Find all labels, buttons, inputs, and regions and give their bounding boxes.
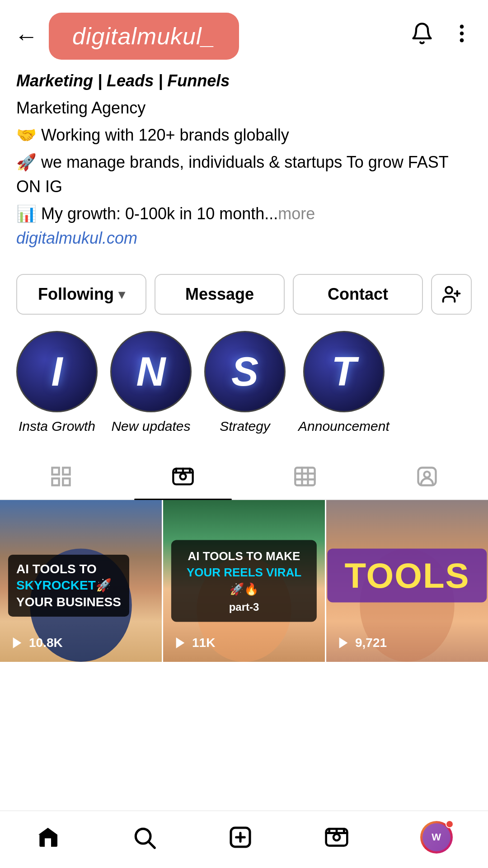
username-pill[interactable]: digitalmukul_ xyxy=(49,13,239,60)
svg-marker-24 xyxy=(176,637,185,648)
highlight-strategy[interactable]: S Strategy xyxy=(204,331,286,434)
highlight-circle-s: S xyxy=(204,331,286,412)
following-button[interactable]: Following ▾ xyxy=(16,274,146,315)
tab-collab[interactable] xyxy=(244,452,366,499)
highlight-label-new-updates: New updates xyxy=(111,419,190,434)
reel-count-2: 11K xyxy=(192,636,215,650)
nav-reels[interactable] xyxy=(324,825,349,850)
notification-dot xyxy=(446,820,454,828)
add-follow-button[interactable] xyxy=(431,274,472,315)
svg-marker-23 xyxy=(13,637,22,648)
nav-create[interactable] xyxy=(228,825,253,850)
svg-rect-8 xyxy=(52,478,59,485)
action-buttons: Following ▾ Message Contact xyxy=(16,274,472,315)
bio-line1: 🤝 Working with 120+ brands globally xyxy=(16,123,472,147)
nav-profile[interactable]: W xyxy=(420,821,453,854)
svg-point-2 xyxy=(460,38,464,42)
more-link[interactable]: more xyxy=(278,204,315,223)
highlight-announcement[interactable]: T Announcement xyxy=(298,331,389,434)
nav-search[interactable] xyxy=(131,825,157,850)
reel-tools-text: TOOLS xyxy=(344,556,469,595)
profile-section: Marketing | Leads | Funnels Marketing Ag… xyxy=(0,69,488,260)
reel-count-1: 10.8K xyxy=(29,636,63,650)
header: ← digitalmukul_ xyxy=(0,0,488,69)
svg-point-22 xyxy=(424,472,430,477)
profile-avatar: W xyxy=(422,823,450,851)
svg-point-3 xyxy=(446,287,452,294)
contact-button[interactable]: Contact xyxy=(293,274,423,315)
highlight-circle-i: I xyxy=(16,331,98,412)
message-button[interactable]: Message xyxy=(155,274,285,315)
svg-rect-26 xyxy=(45,838,51,847)
highlight-circle-t: T xyxy=(303,331,385,412)
svg-point-0 xyxy=(460,25,464,29)
reels-grid: AI TOOLS TO SKYROCKET🚀 YOUR BUSINESS 10.… xyxy=(0,500,488,662)
back-button[interactable]: ← xyxy=(14,23,38,50)
tab-reels[interactable] xyxy=(122,452,244,499)
bio-title: Marketing | Leads | Funnels xyxy=(16,69,472,93)
highlight-label-announcement: Announcement xyxy=(298,419,389,434)
svg-rect-6 xyxy=(52,468,59,475)
svg-line-28 xyxy=(149,842,155,848)
svg-marker-25 xyxy=(339,637,348,648)
bio-line3: 📊 My growth: 0-100k in 10 month...more xyxy=(16,202,472,226)
highlight-label-insta-growth: Insta Growth xyxy=(19,419,95,434)
svg-rect-9 xyxy=(63,478,70,485)
reel-item-1[interactable]: AI TOOLS TO SKYROCKET🚀 YOUR BUSINESS 10.… xyxy=(0,500,162,662)
chevron-down-icon: ▾ xyxy=(118,287,125,302)
content-tab-bar xyxy=(0,452,488,500)
highlight-label-strategy: Strategy xyxy=(220,419,270,434)
header-icons xyxy=(410,22,474,51)
svg-point-11 xyxy=(180,474,186,480)
username-text: digitalmukul_ xyxy=(72,23,216,49)
story-highlights: I Insta Growth N New updates S Strategy … xyxy=(0,331,488,452)
svg-point-33 xyxy=(333,834,340,840)
bio-website[interactable]: digitalmukul.com xyxy=(16,229,472,248)
notification-icon[interactable] xyxy=(410,22,434,51)
reel-item-2[interactable]: AI TOOLS TO MAKE YOUR REELS VIRAL🚀🔥 part… xyxy=(163,500,325,662)
svg-rect-16 xyxy=(295,468,314,486)
reel-count-3: 9,721 xyxy=(355,636,387,650)
highlight-insta-growth[interactable]: I Insta Growth xyxy=(16,331,98,434)
tab-tagged[interactable] xyxy=(366,452,488,499)
highlight-new-updates[interactable]: N New updates xyxy=(110,331,192,434)
svg-point-1 xyxy=(460,32,464,36)
tab-grid[interactable] xyxy=(0,452,122,499)
bottom-navigation: W xyxy=(0,811,488,868)
svg-rect-7 xyxy=(63,468,70,475)
highlight-circle-n: N xyxy=(110,331,192,412)
nav-home[interactable] xyxy=(35,825,61,850)
reel-item-3[interactable]: TOOLS 9,721 xyxy=(326,500,488,662)
more-icon[interactable] xyxy=(450,22,474,51)
bio-category: Marketing Agency xyxy=(16,96,472,120)
bio-line2: 🚀 we manage brands, individuals & startu… xyxy=(16,150,472,199)
